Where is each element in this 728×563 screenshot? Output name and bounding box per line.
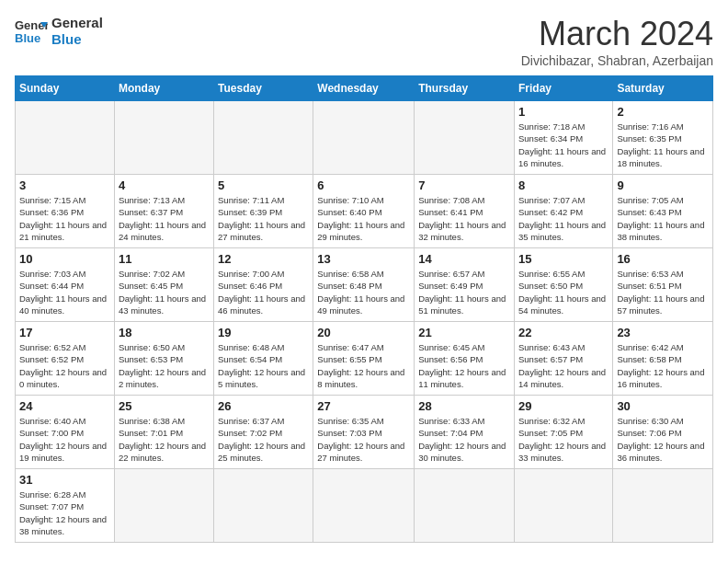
weekday-header-thursday: Thursday [415,76,515,101]
day-number: 18 [119,326,210,339]
day-info: Sunrise: 6:57 AM Sunset: 6:49 PM Dayligh… [418,268,510,316]
day-number: 14 [418,252,510,266]
day-cell: 25Sunrise: 6:38 AM Sunset: 7:01 PM Dayli… [114,396,213,469]
day-number: 31 [19,473,110,487]
day-number: 3 [19,178,110,192]
day-number: 22 [518,326,609,339]
logo: General Blue General Blue [15,15,103,48]
day-cell: 2Sunrise: 7:16 AM Sunset: 6:35 PM Daylig… [613,101,713,175]
day-info: Sunrise: 7:16 AM Sunset: 6:35 PM Dayligh… [617,121,709,169]
day-cell [114,469,213,543]
weekday-header-saturday: Saturday [613,76,713,101]
day-number: 1 [518,105,609,119]
day-cell [415,101,515,175]
day-info: Sunrise: 6:28 AM Sunset: 7:07 PM Dayligh… [19,488,110,537]
day-number: 25 [119,399,210,413]
day-info: Sunrise: 6:52 AM Sunset: 6:52 PM Dayligh… [19,341,110,390]
week-row-2: 3Sunrise: 7:15 AM Sunset: 6:36 PM Daylig… [16,175,713,248]
day-info: Sunrise: 7:03 AM Sunset: 6:44 PM Dayligh… [19,268,110,316]
day-number: 17 [19,326,110,339]
day-cell [415,469,515,543]
logo-general: General [51,15,103,31]
day-info: Sunrise: 7:07 AM Sunset: 6:42 PM Dayligh… [518,194,609,243]
day-cell [114,101,213,175]
day-info: Sunrise: 6:38 AM Sunset: 7:01 PM Dayligh… [119,415,210,464]
day-cell: 4Sunrise: 7:13 AM Sunset: 6:37 PM Daylig… [114,175,213,248]
day-cell: 16Sunrise: 6:53 AM Sunset: 6:51 PM Dayli… [613,248,713,322]
weekday-header-tuesday: Tuesday [214,76,313,101]
day-cell [313,101,415,175]
month-title: March 2024 [521,15,713,53]
day-number: 5 [218,178,309,192]
day-cell: 27Sunrise: 6:35 AM Sunset: 7:03 PM Dayli… [313,396,415,469]
day-cell: 20Sunrise: 6:47 AM Sunset: 6:55 PM Dayli… [313,322,415,396]
day-cell [214,469,313,543]
day-number: 23 [617,326,709,339]
day-info: Sunrise: 6:50 AM Sunset: 6:53 PM Dayligh… [119,341,210,390]
day-info: Sunrise: 7:11 AM Sunset: 6:39 PM Dayligh… [218,194,309,243]
day-cell: 8Sunrise: 7:07 AM Sunset: 6:42 PM Daylig… [514,175,612,248]
day-info: Sunrise: 7:08 AM Sunset: 6:41 PM Dayligh… [418,194,510,243]
day-info: Sunrise: 6:43 AM Sunset: 6:57 PM Dayligh… [518,341,609,390]
day-info: Sunrise: 7:18 AM Sunset: 6:34 PM Dayligh… [518,121,609,169]
day-number: 7 [418,178,510,192]
weekday-header-monday: Monday [114,76,213,101]
day-cell: 17Sunrise: 6:52 AM Sunset: 6:52 PM Dayli… [16,322,115,396]
week-row-6: 31Sunrise: 6:28 AM Sunset: 7:07 PM Dayli… [16,469,713,543]
day-info: Sunrise: 6:37 AM Sunset: 7:02 PM Dayligh… [218,415,309,464]
day-number: 29 [518,399,609,413]
day-info: Sunrise: 7:00 AM Sunset: 6:46 PM Dayligh… [218,268,309,316]
day-cell: 6Sunrise: 7:10 AM Sunset: 6:40 PM Daylig… [313,175,415,248]
day-cell: 3Sunrise: 7:15 AM Sunset: 6:36 PM Daylig… [16,175,115,248]
day-number: 26 [218,399,309,413]
day-cell: 12Sunrise: 7:00 AM Sunset: 6:46 PM Dayli… [214,248,313,322]
day-number: 30 [617,399,709,413]
day-cell: 18Sunrise: 6:50 AM Sunset: 6:53 PM Dayli… [114,322,213,396]
day-cell: 22Sunrise: 6:43 AM Sunset: 6:57 PM Dayli… [514,322,612,396]
day-number: 24 [19,399,110,413]
day-cell [313,469,415,543]
location-subtitle: Divichibazar, Shabran, Azerbaijan [521,53,713,68]
day-info: Sunrise: 6:40 AM Sunset: 7:00 PM Dayligh… [19,415,110,464]
day-number: 12 [218,252,309,266]
week-row-5: 24Sunrise: 6:40 AM Sunset: 7:00 PM Dayli… [16,396,713,469]
day-info: Sunrise: 6:45 AM Sunset: 6:56 PM Dayligh… [418,341,510,390]
day-number: 13 [317,252,410,266]
day-number: 9 [617,178,709,192]
title-area: March 2024 Divichibazar, Shabran, Azerba… [521,15,713,68]
logo-blue: Blue [51,31,103,48]
logo-icon: General Blue [15,15,48,48]
weekday-header-friday: Friday [514,76,612,101]
day-number: 20 [317,326,410,339]
day-number: 28 [418,399,510,413]
day-cell: 5Sunrise: 7:11 AM Sunset: 6:39 PM Daylig… [214,175,313,248]
week-row-1: 1Sunrise: 7:18 AM Sunset: 6:34 PM Daylig… [16,101,713,175]
day-cell: 28Sunrise: 6:33 AM Sunset: 7:04 PM Dayli… [415,396,515,469]
header: General Blue General Blue March 2024 Div… [15,15,713,68]
day-number: 19 [218,326,309,339]
day-number: 2 [617,105,709,119]
day-cell: 9Sunrise: 7:05 AM Sunset: 6:43 PM Daylig… [613,175,713,248]
day-cell: 7Sunrise: 7:08 AM Sunset: 6:41 PM Daylig… [415,175,515,248]
day-cell: 19Sunrise: 6:48 AM Sunset: 6:54 PM Dayli… [214,322,313,396]
calendar-table: SundayMondayTuesdayWednesdayThursdayFrid… [15,75,713,543]
day-number: 21 [418,326,510,339]
day-number: 8 [518,178,609,192]
day-cell: 10Sunrise: 7:03 AM Sunset: 6:44 PM Dayli… [16,248,115,322]
day-cell: 21Sunrise: 6:45 AM Sunset: 6:56 PM Dayli… [415,322,515,396]
day-number: 4 [119,178,210,192]
day-info: Sunrise: 6:58 AM Sunset: 6:48 PM Dayligh… [317,268,410,316]
weekday-header-row: SundayMondayTuesdayWednesdayThursdayFrid… [16,76,713,101]
day-cell: 24Sunrise: 6:40 AM Sunset: 7:00 PM Dayli… [16,396,115,469]
day-info: Sunrise: 7:13 AM Sunset: 6:37 PM Dayligh… [119,194,210,243]
day-info: Sunrise: 7:05 AM Sunset: 6:43 PM Dayligh… [617,194,709,243]
day-info: Sunrise: 6:35 AM Sunset: 7:03 PM Dayligh… [317,415,410,464]
day-number: 6 [317,178,410,192]
day-info: Sunrise: 6:42 AM Sunset: 6:58 PM Dayligh… [617,341,709,390]
week-row-4: 17Sunrise: 6:52 AM Sunset: 6:52 PM Dayli… [16,322,713,396]
day-cell: 30Sunrise: 6:30 AM Sunset: 7:06 PM Dayli… [613,396,713,469]
day-cell: 15Sunrise: 6:55 AM Sunset: 6:50 PM Dayli… [514,248,612,322]
day-cell [514,469,612,543]
day-cell [613,469,713,543]
svg-text:Blue: Blue [15,31,40,45]
